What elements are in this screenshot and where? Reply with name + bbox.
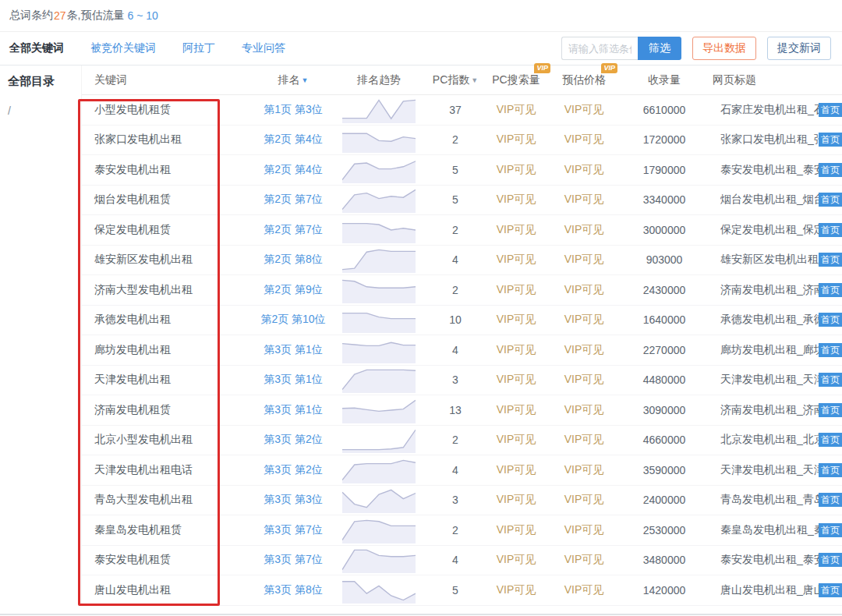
est-price-vip-link[interactable]: VIP可见 xyxy=(550,193,617,207)
page-title-link[interactable]: 秦皇岛发电机出租_秦皇岛发电 xyxy=(720,523,823,537)
est-price-vip-link[interactable]: VIP可见 xyxy=(550,403,617,417)
tab-bid-keywords[interactable]: 被竞价关键词 xyxy=(90,41,156,55)
rank-link[interactable]: 第2页 第4位 xyxy=(257,163,329,177)
page-title-link[interactable]: 唐山发电机出租_唐山发电机租 xyxy=(720,583,823,597)
est-price-vip-link[interactable]: VIP可见 xyxy=(550,343,617,357)
pc-search-vip-link[interactable]: VIP可见 xyxy=(482,553,550,567)
pc-search-vip-link[interactable]: VIP可见 xyxy=(482,283,550,297)
est-price-vip-link[interactable]: VIP可见 xyxy=(550,373,617,387)
keyword-cell[interactable]: 秦皇岛发电机租赁 xyxy=(82,523,257,537)
keyword-cell[interactable]: 北京小型发电机出租 xyxy=(82,433,257,447)
est-price-vip-link[interactable]: VIP可见 xyxy=(550,223,617,237)
page-title-link[interactable]: 石家庄发电机出租_石家庄发电 xyxy=(720,103,823,117)
page-title-link[interactable]: 天津发电机出租_天津发电机租 xyxy=(720,463,823,477)
rank-link[interactable]: 第3页 第2位 xyxy=(257,463,329,477)
pc-search-vip-link[interactable]: VIP可见 xyxy=(482,253,550,267)
pc-search-vip-link[interactable]: VIP可见 xyxy=(482,493,550,507)
rank-link[interactable]: 第1页 第3位 xyxy=(257,103,329,117)
rank-link[interactable]: 第2页 第10位 xyxy=(257,313,329,327)
page-title-link[interactable]: 济南发电机出租_济南发电机租 xyxy=(720,403,823,417)
filter-button[interactable]: 筛选 xyxy=(638,37,681,60)
pc-search-vip-link[interactable]: VIP可见 xyxy=(482,583,550,597)
pc-search-vip-link[interactable]: VIP可见 xyxy=(482,103,550,117)
pc-search-vip-link[interactable]: VIP可见 xyxy=(482,193,550,207)
sort-down-icon[interactable]: ▼ xyxy=(471,76,478,84)
keyword-cell[interactable]: 济南发电机租赁 xyxy=(82,403,257,417)
keyword-cell[interactable]: 廊坊发电机出租 xyxy=(82,343,257,357)
page-title-link[interactable]: 北京发电机出租_北京发电机租 xyxy=(720,433,823,447)
rank-link[interactable]: 第3页 第8位 xyxy=(257,583,329,597)
page-title-link[interactable]: 青岛发电机出租_青岛发电机租 xyxy=(720,493,823,507)
export-data-button[interactable]: 导出数据 xyxy=(692,37,756,60)
rank-link[interactable]: 第3页 第3位 xyxy=(257,493,329,507)
filter-input[interactable] xyxy=(561,37,638,60)
keyword-cell[interactable]: 唐山发电机出租 xyxy=(82,583,257,597)
pc-search-vip-link[interactable]: VIP可见 xyxy=(482,313,550,327)
keyword-cell[interactable]: 济南大型发电机出租 xyxy=(82,283,257,297)
pc-search-vip-link[interactable]: VIP可见 xyxy=(482,433,550,447)
rank-link[interactable]: 第2页 第8位 xyxy=(257,253,329,267)
rank-link[interactable]: 第2页 第9位 xyxy=(257,283,329,297)
rank-trend-sparkline xyxy=(329,277,429,303)
rank-link[interactable]: 第3页 第7位 xyxy=(257,523,329,537)
page-title-link[interactable]: 天津发电机出租_天津发电机租 xyxy=(720,373,823,387)
est-price-vip-link[interactable]: VIP可见 xyxy=(550,583,617,597)
page-title-link[interactable]: 泰安发电机出租_泰安发电机租 xyxy=(720,163,823,177)
page-title-link[interactable]: 张家口发电机出租_张家口发电 xyxy=(720,133,823,147)
tab-aladdin[interactable]: 阿拉丁 xyxy=(182,41,215,55)
page-title-link[interactable]: 烟台发电机出租_烟台发电机租 xyxy=(720,193,823,207)
est-price-vip-link[interactable]: VIP可见 xyxy=(550,253,617,267)
est-price-vip-link[interactable]: VIP可见 xyxy=(550,313,617,327)
rank-link[interactable]: 第3页 第1位 xyxy=(257,343,329,357)
pc-search-vip-link[interactable]: VIP可见 xyxy=(482,523,550,537)
est-price-vip-link[interactable]: VIP可见 xyxy=(550,553,617,567)
page-title-link[interactable]: 承德发电机出租_承德发电机租 xyxy=(720,313,823,327)
est-price-vip-link[interactable]: VIP可见 xyxy=(550,163,617,177)
rank-link[interactable]: 第3页 第1位 xyxy=(257,403,329,417)
page-title-link[interactable]: 雄安新区发电机出租_雄安新区 xyxy=(720,253,823,267)
pc-search-vip-link[interactable]: VIP可见 xyxy=(482,163,550,177)
sidebar-item-root[interactable]: / xyxy=(0,95,81,117)
keyword-cell[interactable]: 小型发电机租赁 xyxy=(82,103,257,117)
header-pc-index[interactable]: PC指数▼ xyxy=(429,73,482,87)
rank-link[interactable]: 第2页 第4位 xyxy=(257,133,329,147)
rank-link[interactable]: 第2页 第7位 xyxy=(257,193,329,207)
tab-qa[interactable]: 专业问答 xyxy=(242,41,285,55)
est-price-vip-link[interactable]: VIP可见 xyxy=(550,493,617,507)
pc-search-vip-link[interactable]: VIP可见 xyxy=(482,463,550,477)
rank-link[interactable]: 第3页 第7位 xyxy=(257,553,329,567)
page-title-link[interactable]: 廊坊发电机出租_廊坊发电机租 xyxy=(720,343,823,357)
sidebar-title: 全部目录 xyxy=(0,65,81,95)
page-title-link[interactable]: 济南发电机出租_济南发电机租 xyxy=(720,283,823,297)
keyword-cell[interactable]: 泰安发电机租赁 xyxy=(82,553,257,567)
pc-search-vip-link[interactable]: VIP可见 xyxy=(482,403,550,417)
page-title-link[interactable]: 泰安发电机出租_泰安发电机租 xyxy=(720,553,823,567)
pc-search-vip-link[interactable]: VIP可见 xyxy=(482,343,550,357)
tab-all-keywords[interactable]: 全部关键词 xyxy=(9,41,64,55)
pc-search-vip-link[interactable]: VIP可见 xyxy=(482,223,550,237)
rank-link[interactable]: 第2页 第7位 xyxy=(257,223,329,237)
est-price-vip-link[interactable]: VIP可见 xyxy=(550,283,617,297)
keyword-cell[interactable]: 保定发电机租赁 xyxy=(82,223,257,237)
est-price-vip-link[interactable]: VIP可见 xyxy=(550,523,617,537)
keyword-cell[interactable]: 天津发电机出租 xyxy=(82,373,257,387)
pc-search-vip-link[interactable]: VIP可见 xyxy=(482,373,550,387)
est-price-vip-link[interactable]: VIP可见 xyxy=(550,103,617,117)
est-price-vip-link[interactable]: VIP可见 xyxy=(550,433,617,447)
keyword-cell[interactable]: 泰安发电机出租 xyxy=(82,163,257,177)
keyword-cell[interactable]: 烟台发电机租赁 xyxy=(82,193,257,207)
submit-new-words-button[interactable]: 提交新词 xyxy=(767,37,831,60)
est-price-vip-link[interactable]: VIP可见 xyxy=(550,133,617,147)
page-title-link[interactable]: 保定发电机出租_保定发电机租 xyxy=(720,223,823,237)
est-price-vip-link[interactable]: VIP可见 xyxy=(550,463,617,477)
pc-search-vip-link[interactable]: VIP可见 xyxy=(482,133,550,147)
keyword-cell[interactable]: 张家口发电机出租 xyxy=(82,133,257,147)
rank-link[interactable]: 第3页 第1位 xyxy=(257,373,329,387)
header-rank[interactable]: 排名▼ xyxy=(257,73,329,87)
keyword-cell[interactable]: 天津发电机出租电话 xyxy=(82,463,257,477)
keyword-cell[interactable]: 青岛大型发电机出租 xyxy=(82,493,257,507)
rank-link[interactable]: 第3页 第2位 xyxy=(257,433,329,447)
keyword-cell[interactable]: 雄安新区发电机出租 xyxy=(82,253,257,267)
sort-down-icon[interactable]: ▼ xyxy=(302,76,309,84)
keyword-cell[interactable]: 承德发电机出租 xyxy=(82,313,257,327)
